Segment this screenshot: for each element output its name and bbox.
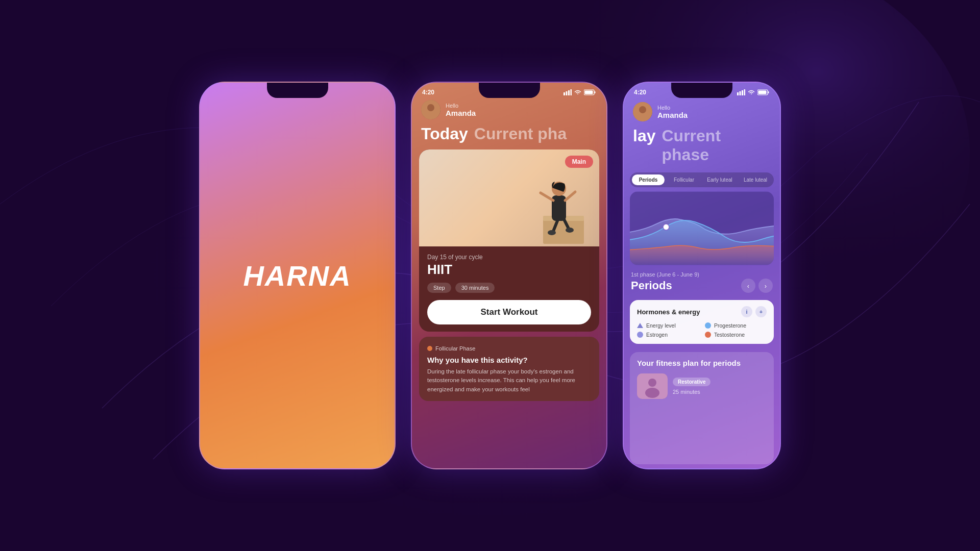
svg-point-18 xyxy=(566,228,574,233)
svg-rect-8 xyxy=(595,91,596,93)
workout-card: Main Day 15 of your cycle HIIT Step 30 m… xyxy=(419,149,599,332)
signal-icon-3 xyxy=(737,89,745,95)
greeting-name-2: Amanda xyxy=(446,109,476,117)
avatar-3 xyxy=(633,102,652,121)
svg-point-17 xyxy=(548,230,556,235)
expand-icon[interactable]: + xyxy=(755,306,767,317)
tag-step: Step xyxy=(427,283,451,293)
testosterone-icon xyxy=(705,332,711,338)
info-icon[interactable]: i xyxy=(741,306,752,317)
hormones-action-icons: i + xyxy=(741,306,767,317)
time-2: 4:20 xyxy=(422,89,434,96)
fitness-duration: 25 minutes xyxy=(673,389,710,395)
greeting-section-2: Hello Amanda xyxy=(412,96,606,124)
svg-rect-9 xyxy=(585,91,593,94)
greeting-section-3: Hello Amanda xyxy=(624,98,780,127)
tab-follicular[interactable]: Follicular xyxy=(668,174,700,185)
phase-period-label: 1st phase (June 6 - June 9) xyxy=(631,271,773,278)
start-workout-button[interactable]: Start Workout xyxy=(427,300,591,324)
svg-point-31 xyxy=(639,106,646,113)
svg-rect-28 xyxy=(768,91,769,93)
battery-icon-3 xyxy=(757,89,770,95)
wifi-icon xyxy=(574,89,582,95)
phase-prev-btn[interactable]: ‹ xyxy=(741,279,755,293)
hormones-legend: Energy level Progesterone Estrogen Testo… xyxy=(637,322,767,338)
tab-early-luteal[interactable]: Early luteal xyxy=(703,174,736,185)
greeting-name-3: Amanda xyxy=(657,111,688,119)
status-icons-3 xyxy=(737,89,770,95)
progesterone-label: Progesterone xyxy=(714,322,746,329)
energy-label: Energy level xyxy=(646,322,676,329)
phase-next-btn[interactable]: › xyxy=(758,279,773,293)
estrogen-label: Estrogen xyxy=(646,332,668,338)
app-logo: HARNA xyxy=(243,259,351,292)
testosterone-label: Testosterone xyxy=(714,332,745,338)
svg-point-37 xyxy=(648,379,656,387)
cycle-day: Day 15 of your cycle xyxy=(427,254,591,261)
legend-energy: Energy level xyxy=(637,322,699,329)
phase-name-row: Periods ‹ › xyxy=(631,279,773,293)
legend-estrogen: Estrogen xyxy=(637,332,699,338)
legend-progesterone: Progesterone xyxy=(705,322,767,329)
notch-3 xyxy=(671,83,732,98)
workout-info: Day 15 of your cycle HIIT Step 30 minute… xyxy=(419,246,599,332)
main-badge: Main xyxy=(565,156,593,168)
svg-rect-26 xyxy=(744,89,746,95)
greeting-text-2: Hello Amanda xyxy=(446,103,476,117)
title-today-3: lay xyxy=(633,127,655,145)
fitness-card: Your fitness plan for periods Restorativ… xyxy=(630,352,774,464)
phase-name: Periods xyxy=(631,279,672,292)
page-title-2: Today Current pha xyxy=(412,124,606,149)
notch-2 xyxy=(479,83,540,98)
fitness-thumb-img xyxy=(637,373,668,399)
phase-badge: Follicular Phase xyxy=(427,345,475,352)
svg-rect-29 xyxy=(758,91,767,94)
svg-rect-5 xyxy=(568,90,570,95)
why-card: Follicular Phase Why you have this activ… xyxy=(419,337,599,401)
phase-tabs: Periods Follicular Early luteal Late lut… xyxy=(630,172,774,187)
fitness-plan-badge: Restorative xyxy=(673,378,710,386)
greeting-hello-3: Hello xyxy=(657,105,688,111)
phase-label: Follicular Phase xyxy=(435,345,475,352)
title-today: Today xyxy=(421,124,468,143)
progesterone-icon xyxy=(705,322,711,329)
svg-rect-19 xyxy=(552,195,566,221)
why-text: During the late follicular phase your bo… xyxy=(427,367,591,394)
phase-info: 1st phase (June 6 - June 9) Periods ‹ › xyxy=(624,265,780,296)
chart-svg xyxy=(630,191,774,265)
status-icons-2 xyxy=(564,89,596,95)
fitness-plan-details: Restorative 25 minutes xyxy=(673,378,710,395)
svg-rect-24 xyxy=(740,91,741,95)
svg-rect-25 xyxy=(742,90,743,95)
phone-splash: HARNA xyxy=(199,82,396,469)
time-3: 4:20 xyxy=(634,89,646,96)
greeting-text-3: Hello Amanda xyxy=(657,105,688,119)
workout-tags: Step 30 minutes xyxy=(427,283,591,293)
hormones-header: Hormones & energy i + xyxy=(637,306,767,317)
tab-late-luteal[interactable]: Late luteal xyxy=(739,174,772,185)
workout-name: HIIT xyxy=(427,262,591,278)
fitness-plan-row: Restorative 25 minutes xyxy=(637,373,767,399)
workout-image: Main xyxy=(419,149,599,246)
svg-point-38 xyxy=(645,388,659,398)
fitness-title: Your fitness plan for periods xyxy=(637,358,767,368)
estrogen-icon xyxy=(637,332,643,338)
hormones-card: Hormones & energy i + Energy level Proge… xyxy=(630,300,774,344)
wifi-icon-3 xyxy=(747,89,755,95)
svg-rect-3 xyxy=(564,92,565,95)
phase-nav: ‹ › xyxy=(741,279,773,293)
phones-container: HARNA 4:20 xyxy=(199,82,781,469)
svg-rect-23 xyxy=(737,92,739,95)
svg-rect-6 xyxy=(571,89,572,95)
hormone-chart xyxy=(630,191,774,265)
tab-periods[interactable]: Periods xyxy=(632,174,665,185)
energy-icon xyxy=(637,323,643,328)
svg-line-20 xyxy=(541,193,553,201)
notch-1 xyxy=(267,83,328,98)
phone-today: 4:20 xyxy=(411,82,607,469)
avatar-2 xyxy=(421,100,440,119)
legend-testosterone: Testosterone xyxy=(705,332,767,338)
tag-duration: 30 minutes xyxy=(455,283,495,293)
why-title: Why you have this activity? xyxy=(427,356,591,364)
title-current-3: Current phase xyxy=(662,127,771,164)
